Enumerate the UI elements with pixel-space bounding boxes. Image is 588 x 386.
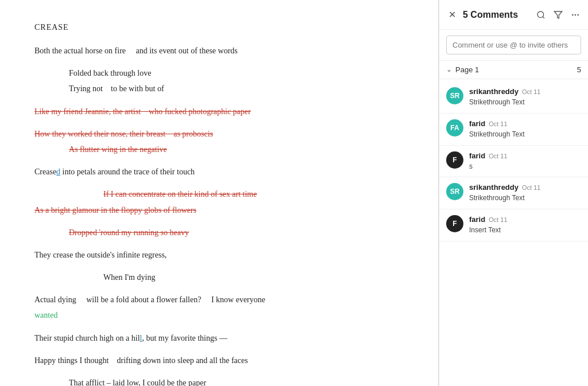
comment-item: FA farid Oct 11 Strikethrough Text [439, 114, 588, 146]
comment-text: Insert Text [469, 225, 581, 235]
comment-date: Oct 11 [522, 88, 540, 95]
avatar: FA [446, 119, 463, 137]
poem-line: They crease the outside's infinite regre… [34, 248, 404, 262]
comment-content: farid Oct 11 s [469, 151, 581, 171]
ellipsis-icon [571, 10, 580, 20]
comment-author: farid [469, 119, 485, 128]
comment-item: F farid Oct 11 Insert Text [439, 209, 588, 241]
comment-meta: srikanthreddy Oct 11 [469, 87, 581, 96]
comment-date: Oct 11 [489, 120, 507, 127]
poem-line: Folded back through love [69, 66, 404, 80]
comment-author: srikanthreddy [469, 183, 519, 192]
filter-button[interactable] [552, 9, 564, 21]
sidebar-header: ✕ 5 Comments [439, 0, 588, 30]
poem-line: Happy things I thought drifting down int… [34, 353, 404, 368]
filter-icon [554, 10, 563, 20]
page-section-left: ⌄ Page 1 [446, 65, 479, 74]
chevron-down-icon[interactable]: ⌄ [446, 65, 452, 74]
comment-item: SR srikanthreddy Oct 11 Strikethrough Te… [439, 177, 588, 209]
avatar: SR [446, 87, 463, 104]
comment-text: Strikethrough Text [469, 193, 581, 203]
poem-line-strikethrough: If I can concentrate on their kind of se… [103, 187, 404, 201]
comment-content: farid Oct 11 Strikethrough Text [469, 119, 581, 139]
search-button[interactable] [535, 9, 547, 21]
comment-meta: farid Oct 11 [469, 215, 581, 224]
search-icon [536, 10, 546, 20]
comment-date: Oct 11 [522, 184, 540, 191]
comment-author: farid [469, 215, 485, 224]
avatar: F [446, 151, 463, 169]
comment-input[interactable] [446, 36, 581, 54]
page-section-header: ⌄ Page 1 5 [446, 65, 581, 74]
poem-line-strikethrough: Like my friend Jeannie, the artist who f… [34, 104, 404, 119]
comment-content: srikanthreddy Oct 11 Strikethrough Text [469, 87, 581, 107]
comment-date: Oct 11 [489, 153, 507, 159]
svg-point-0 [537, 11, 544, 18]
poem-line: When I'm dying [103, 270, 404, 284]
sidebar-actions [535, 9, 581, 21]
poem-line: That afflict – laid low, I could be the … [69, 376, 404, 386]
comments-list: SR srikanthreddy Oct 11 Strikethrough Te… [439, 79, 588, 386]
comment-item: SR srikanthreddy Oct 11 Strikethrough Te… [439, 81, 588, 114]
svg-point-5 [577, 14, 579, 15]
close-button[interactable]: ✕ [446, 8, 458, 21]
comment-text: s [469, 162, 581, 171]
poem-line: wanted [34, 308, 404, 322]
comment-meta: farid Oct 11 [469, 119, 581, 128]
svg-point-3 [572, 14, 574, 15]
comment-meta: farid Oct 11 [469, 151, 581, 160]
comment-input-area [439, 30, 588, 61]
poem-line: Trying not to be with but of [69, 81, 404, 96]
close-icon: ✕ [448, 9, 456, 20]
poem-line: Both the actual horse on fire and its ev… [34, 44, 404, 58]
sidebar-title: 5 Comments [463, 10, 531, 20]
page-label: Page 1 [455, 65, 479, 74]
poem-line-strikethrough: As flutter wing in the negative [69, 142, 404, 157]
poem-line: Actual dying will be a fold about a flow… [34, 293, 404, 307]
svg-point-4 [575, 14, 577, 15]
comment-meta: srikanthreddy Oct 11 [469, 183, 581, 192]
comment-author: srikanthreddy [469, 87, 519, 96]
more-options-button[interactable] [570, 9, 581, 21]
comment-item: F farid Oct 11 s [439, 146, 588, 178]
comment-date: Oct 11 [489, 216, 507, 223]
avatar: SR [446, 183, 463, 200]
comments-sidebar: ✕ 5 Comments [439, 0, 588, 386]
comment-text: Strikethrough Text [469, 98, 581, 107]
poem-line-strikethrough: How they worked their nose, their breast… [34, 127, 404, 141]
main-content: CREASE Both the actual horse on fire and… [0, 0, 438, 386]
poem-line-strikethrough: As a bright glamour in the floppy globs … [34, 203, 404, 217]
svg-line-1 [543, 17, 544, 18]
poem-line: Their stupid church high on a hill, but … [34, 331, 404, 345]
comment-content: srikanthreddy Oct 11 Strikethrough Text [469, 183, 581, 203]
page-section: ⌄ Page 1 5 [439, 61, 588, 79]
comment-text: Strikethrough Text [469, 130, 581, 139]
comment-author: farid [469, 151, 485, 160]
poem-line-strikethrough: Dropped 'round my running so heavy [69, 225, 404, 240]
svg-marker-2 [554, 11, 562, 18]
comment-content: farid Oct 11 Insert Text [469, 215, 581, 235]
poem-title: CREASE [34, 23, 404, 32]
poem-body: Both the actual horse on fire and its ev… [34, 44, 404, 386]
poem-line: Creased into petals around the trace of … [34, 165, 404, 179]
avatar: F [446, 215, 463, 232]
page-comment-count: 5 [577, 65, 581, 74]
